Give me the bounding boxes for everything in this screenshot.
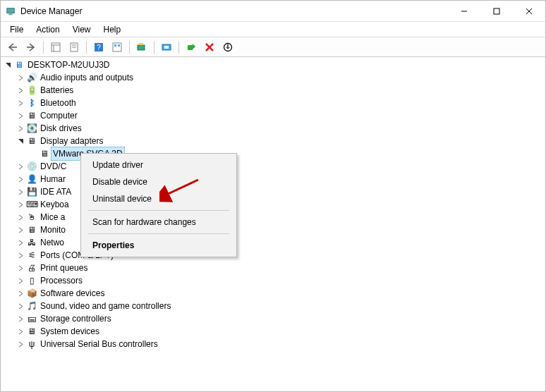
display-icon: 🖥	[39, 148, 50, 159]
tree-node-label: Display adapters	[40, 135, 103, 147]
chevron-icon[interactable]	[16, 99, 25, 107]
context-menu-item[interactable]: Properties	[83, 237, 235, 254]
hid-icon: 👤	[26, 173, 37, 185]
tree-node-label: Disk drives	[40, 122, 82, 135]
audio-icon: 🔊	[26, 72, 37, 83]
tree-node-label: Processors	[40, 274, 83, 287]
properties-button[interactable]	[66, 39, 83, 55]
menu-view[interactable]: View	[66, 23, 97, 36]
context-menu-item[interactable]: Disable device	[83, 173, 235, 190]
chevron-icon[interactable]	[4, 61, 12, 69]
view-button[interactable]	[109, 39, 126, 55]
printer-icon: 🖨	[26, 262, 37, 274]
usb-icon: ψ	[26, 338, 37, 350]
show-hide-button[interactable]	[47, 39, 64, 55]
tree-node-computer[interactable]: 🖥Computer	[1, 109, 545, 122]
computer-root-icon: 🖥	[13, 59, 25, 71]
toolbar-separator	[129, 41, 130, 54]
tree-node-label: Storage controllers	[40, 312, 111, 325]
mouse-icon: 🖱	[26, 212, 37, 223]
chevron-icon[interactable]	[16, 162, 25, 171]
chevron-icon[interactable]	[16, 302, 25, 310]
chevron-icon[interactable]	[16, 188, 25, 196]
storage-icon: 🖴	[26, 313, 37, 324]
svg-rect-18	[118, 44, 120, 47]
chevron-icon[interactable]	[16, 213, 25, 221]
tree-node-display[interactable]: 🖥Display adapters	[1, 135, 545, 147]
update-driver-button[interactable]	[158, 39, 175, 55]
svg-rect-17	[114, 44, 116, 47]
back-button[interactable]	[4, 39, 21, 55]
tree-node-cpu[interactable]: ▯Processors	[1, 274, 545, 287]
tree-node-sound[interactable]: 🎵Sound, video and game controllers	[1, 300, 545, 312]
chevron-icon[interactable]	[16, 340, 25, 348]
toolbar: ?	[1, 37, 545, 57]
minimize-button[interactable]	[448, 1, 480, 22]
chevron-icon[interactable]	[16, 111, 25, 120]
tree-node-printer[interactable]: 🖨Print queues	[1, 262, 545, 274]
system-icon: 🖥	[26, 326, 37, 337]
enable-device-button[interactable]	[183, 39, 200, 55]
forward-button[interactable]	[23, 39, 40, 55]
svg-rect-1	[8, 13, 12, 15]
tree-node-label: Universal Serial Bus controllers	[40, 338, 158, 350]
chevron-icon[interactable]	[16, 124, 25, 133]
chevron-icon[interactable]	[16, 264, 25, 272]
uninstall-device-button[interactable]	[201, 39, 218, 55]
battery-icon: 🔋	[26, 85, 37, 96]
chevron-icon[interactable]	[16, 86, 25, 94]
menu-action[interactable]: Action	[30, 23, 66, 36]
tree-node-bluetooth[interactable]: ᛒBluetooth	[1, 97, 545, 109]
tree-node-usb[interactable]: ψUniversal Serial Bus controllers	[1, 338, 545, 350]
svg-rect-22	[164, 46, 169, 49]
help-button[interactable]: ?	[90, 39, 107, 55]
tree-node-label: Mice a	[40, 211, 65, 223]
tree-node-label: DESKTOP-M2UUJ3D	[28, 59, 109, 71]
cpu-icon: ▯	[26, 275, 37, 286]
tree-node-storage[interactable]: 🖴Storage controllers	[1, 312, 545, 325]
close-button[interactable]	[513, 1, 545, 22]
chevron-icon[interactable]	[16, 226, 25, 234]
tree-root[interactable]: 🖥DESKTOP-M2UUJ3D	[1, 59, 545, 71]
toolbar-separator	[154, 41, 154, 54]
ide-icon: 💾	[26, 186, 37, 197]
tree-node-system[interactable]: 🖥System devices	[1, 325, 545, 338]
chevron-icon[interactable]	[16, 238, 25, 247]
svg-rect-16	[113, 43, 121, 51]
tree-node-label: Monito	[40, 223, 66, 236]
tree-node-battery[interactable]: 🔋Batteries	[1, 84, 545, 97]
computer-icon: 🖥	[26, 110, 37, 121]
disable-device-button[interactable]	[219, 39, 236, 55]
chevron-icon[interactable]	[16, 200, 25, 209]
chevron-icon[interactable]	[29, 149, 37, 158]
keyboard-icon: ⌨	[26, 199, 37, 210]
chevron-icon[interactable]	[16, 276, 25, 285]
chevron-icon[interactable]	[16, 137, 25, 145]
svg-rect-23	[188, 45, 193, 50]
scan-hardware-button[interactable]	[133, 39, 150, 55]
maximize-button[interactable]	[480, 1, 513, 22]
tree-node-audio[interactable]: 🔊Audio inputs and outputs	[1, 71, 545, 84]
disk-icon: 💽	[26, 123, 37, 134]
context-menu-separator	[88, 233, 229, 234]
chevron-icon[interactable]	[16, 251, 25, 259]
tree-node-disk[interactable]: 💽Disk drives	[1, 122, 545, 135]
context-menu-item[interactable]: Uninstall device	[83, 190, 235, 207]
window-controls	[448, 1, 545, 22]
chevron-icon[interactable]	[16, 175, 25, 183]
sound-icon: 🎵	[26, 300, 37, 312]
menu-file[interactable]: File	[4, 23, 30, 36]
chevron-icon[interactable]	[16, 314, 25, 323]
context-menu-item[interactable]: Scan for hardware changes	[83, 214, 235, 231]
context-menu-item[interactable]: Update driver	[83, 157, 235, 173]
tree-node-software[interactable]: 📦Software devices	[1, 287, 545, 300]
bluetooth-icon: ᛒ	[26, 97, 37, 109]
menu-help[interactable]: Help	[97, 23, 128, 36]
dvd-icon: 💿	[26, 161, 37, 172]
chevron-icon[interactable]	[16, 327, 25, 336]
chevron-icon[interactable]	[16, 289, 25, 298]
tree-node-label: Sound, video and game controllers	[40, 300, 171, 312]
toolbar-separator	[43, 41, 44, 54]
menubar: File Action View Help	[1, 22, 545, 37]
chevron-icon[interactable]	[16, 73, 25, 82]
